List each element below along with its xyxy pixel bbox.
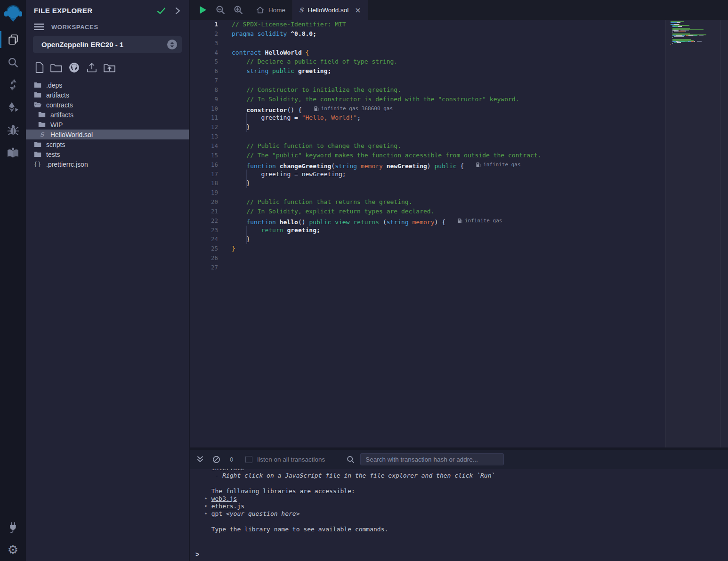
editor-tabbar: Home S HelloWorld.sol × bbox=[190, 0, 728, 20]
new-file-button[interactable] bbox=[35, 62, 44, 73]
code-line-12: } bbox=[232, 122, 662, 132]
tree-item-scripts[interactable]: scripts bbox=[26, 139, 189, 149]
code-line-5: // Declare a public field of type string… bbox=[232, 57, 662, 66]
code-line-2: pragma solidity ^0.8.0; bbox=[232, 29, 662, 39]
listen-transactions-checkbox[interactable] bbox=[245, 456, 252, 463]
new-folder-button[interactable] bbox=[50, 63, 62, 73]
tab-close-icon[interactable]: × bbox=[355, 6, 361, 15]
terminal-line bbox=[204, 480, 728, 487]
terminal-search-input[interactable] bbox=[360, 453, 504, 465]
run-script-button[interactable] bbox=[199, 6, 207, 14]
sidebar-item-learneth[interactable] bbox=[0, 141, 26, 164]
folder-icon bbox=[38, 122, 46, 128]
tab-home[interactable]: Home bbox=[250, 0, 292, 20]
sidebar-item-plugin-manager[interactable] bbox=[0, 516, 26, 538]
new-folder-icon bbox=[50, 63, 62, 73]
tree-item--deps[interactable]: .deps bbox=[26, 80, 189, 90]
code-line-22: function hello() public view returns (st… bbox=[232, 216, 662, 226]
folder-open-icon bbox=[34, 102, 41, 108]
code-editor[interactable]: 1234567891011121314151617181920212223242… bbox=[190, 20, 728, 447]
file-explorer-panel: FILE EXPLORER WORKSPACES OpenZeppelin ER… bbox=[26, 0, 190, 561]
bullet-icon: • bbox=[204, 495, 211, 502]
code-line-17: greeting = newGreeting; bbox=[232, 170, 662, 179]
upload-file-button[interactable] bbox=[86, 62, 97, 73]
listen-transactions-label: listen on all transactions bbox=[257, 456, 325, 463]
remix-logo-icon bbox=[4, 4, 23, 24]
chevron-right-icon[interactable] bbox=[175, 7, 180, 15]
gas-estimate-widget: infinite gas 368600 gas bbox=[314, 104, 393, 114]
tree-item--prettierrc-json[interactable]: {}.prettierrc.json bbox=[26, 159, 189, 169]
hamburger-menu-icon[interactable] bbox=[34, 23, 44, 31]
folder-icon bbox=[34, 82, 41, 88]
terminal-panel: 0 listen on all transactions interface -… bbox=[190, 447, 728, 561]
tree-item-tests[interactable]: tests bbox=[26, 149, 189, 159]
terminal-search-icon bbox=[347, 455, 355, 463]
remix-logo[interactable] bbox=[0, 0, 26, 28]
workspace-name: OpenZeppelin ERC20 - 1 bbox=[41, 41, 167, 49]
workspaces-row: WORKSPACES bbox=[26, 19, 189, 35]
code-line-26 bbox=[232, 253, 662, 263]
clear-console-icon[interactable] bbox=[212, 455, 220, 463]
folder-icon bbox=[34, 151, 41, 157]
tree-item-helloworld-sol[interactable]: SHelloWorld.sol bbox=[26, 130, 189, 139]
github-import-button[interactable] bbox=[68, 62, 80, 73]
code-line-16: function changeGreeting(string memory ne… bbox=[232, 160, 662, 170]
zoom-in-icon[interactable] bbox=[234, 5, 243, 15]
bug-icon bbox=[7, 124, 19, 136]
tree-item-artifacts[interactable]: artifacts bbox=[26, 90, 189, 100]
sidebar-item-settings[interactable]: ⚙ bbox=[0, 538, 26, 561]
sidebar-item-search[interactable] bbox=[0, 51, 26, 73]
tree-item-wip[interactable]: WIP bbox=[26, 120, 189, 130]
upload-folder-icon bbox=[104, 63, 115, 73]
code-line-3 bbox=[232, 39, 662, 48]
activity-bar: ⚙ bbox=[0, 0, 26, 561]
check-icon[interactable] bbox=[157, 7, 166, 15]
workspace-sort-button[interactable] bbox=[167, 40, 177, 49]
code-line-4: contract HelloWorld { bbox=[232, 48, 662, 57]
code-line-21: // In Solidity, explicit return types ar… bbox=[232, 207, 662, 216]
sidebar-item-deploy-run[interactable] bbox=[0, 96, 26, 119]
file-explorer-header: FILE EXPLORER bbox=[26, 0, 189, 19]
github-icon bbox=[68, 62, 80, 73]
terminal-line: • web3.js bbox=[204, 495, 728, 503]
code-line-19 bbox=[232, 188, 662, 197]
tree-item-label: contracts bbox=[46, 101, 73, 109]
sidebar-item-solidity-compiler[interactable] bbox=[0, 73, 26, 96]
sidebar-item-debugger[interactable] bbox=[0, 119, 26, 141]
solidity-file-icon: S bbox=[299, 7, 303, 14]
file-tree: .depsartifactscontractsartifactsWIPSHell… bbox=[26, 80, 189, 169]
json-icon: {} bbox=[34, 161, 41, 168]
tree-item-contracts[interactable]: contracts bbox=[26, 100, 189, 110]
upload-file-icon bbox=[86, 62, 97, 73]
code-line-6: string public greeting; bbox=[232, 66, 662, 76]
code-line-11: greeting = "Hello, World!"; bbox=[232, 113, 662, 122]
upload-folder-button[interactable] bbox=[104, 63, 115, 73]
gas-estimate-widget: infinite gas bbox=[476, 160, 520, 170]
sidebar-item-file-explorer[interactable] bbox=[0, 28, 26, 51]
workspace-select[interactable]: OpenZeppelin ERC20 - 1 bbox=[33, 36, 182, 53]
new-file-icon bbox=[35, 62, 44, 73]
transaction-count-badge: 0 bbox=[230, 456, 233, 463]
terminal-link[interactable]: web3.js bbox=[211, 495, 237, 502]
terminal-line bbox=[204, 518, 728, 525]
code-line-14: // Public function to change the greetin… bbox=[232, 141, 662, 151]
tree-item-artifacts[interactable]: artifacts bbox=[26, 110, 189, 120]
folder-icon bbox=[38, 112, 46, 118]
expand-terminal-icon[interactable] bbox=[196, 455, 204, 463]
tree-item-label: .deps bbox=[46, 81, 62, 89]
panel-title: FILE EXPLORER bbox=[34, 7, 157, 15]
editor-minimap[interactable] bbox=[665, 20, 728, 447]
terminal-line: • ethers.js bbox=[204, 503, 728, 510]
gas-estimate-widget: infinite gas bbox=[458, 216, 502, 226]
zoom-out-icon[interactable] bbox=[216, 5, 225, 15]
tree-item-label: scripts bbox=[46, 141, 65, 148]
code-line-23: return greeting; bbox=[232, 226, 662, 235]
main-area: Home S HelloWorld.sol × 1234567891011121… bbox=[190, 0, 728, 561]
search-icon bbox=[7, 57, 19, 68]
code-line-8: // Constructor to initialize the greetin… bbox=[232, 85, 662, 95]
terminal-link[interactable]: ethers.js bbox=[211, 503, 244, 510]
folder-icon bbox=[34, 92, 41, 98]
tab-helloworld-sol[interactable]: S HelloWorld.sol × bbox=[292, 0, 368, 20]
code-line-25: } bbox=[232, 244, 662, 253]
code-line-9: // In Solidity, the constructor is defin… bbox=[232, 95, 662, 104]
